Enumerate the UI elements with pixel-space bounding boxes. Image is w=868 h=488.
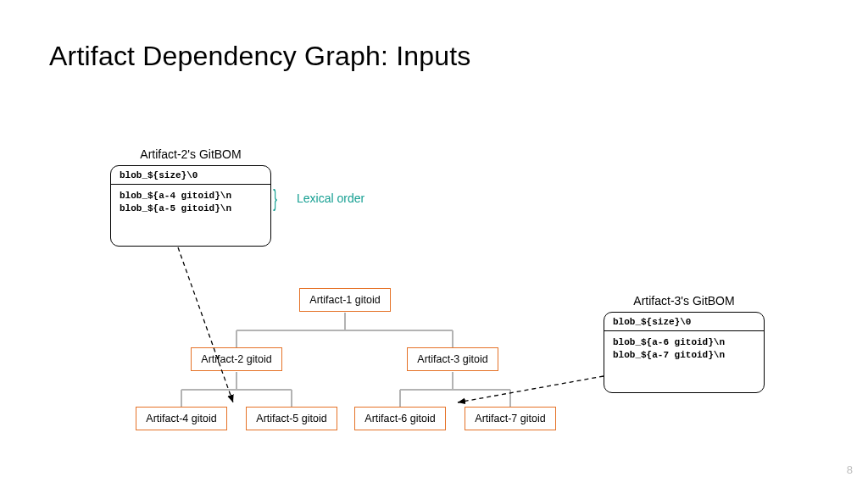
page-title: Artifact Dependency Graph: Inputs [49, 41, 471, 72]
gitbom-3-header: blob_${size}\0 [604, 313, 764, 331]
gitbom-2-title: Artifact-2's GitBOM [111, 147, 270, 161]
gitbom-2-body: blob_${a-4 gitoid}\n blob_${a-5 gitoid}\… [111, 185, 270, 234]
gitbom-2-header: blob_${size}\0 [111, 166, 270, 185]
lexical-order-label: Lexical order [297, 191, 364, 205]
svg-line-13 [458, 376, 604, 402]
node-artifact-4: Artifact-4 gitoid [136, 407, 227, 430]
node-artifact-2: Artifact-2 gitoid [191, 347, 282, 371]
gitbom-card-artifact-3: Artifact-3's GitBOM blob_${size}\0 blob_… [604, 312, 765, 393]
node-artifact-1: Artifact-1 gitoid [299, 288, 391, 312]
page-number: 8 [847, 463, 853, 476]
node-artifact-5: Artifact-5 gitoid [246, 407, 337, 430]
node-artifact-3: Artifact-3 gitoid [407, 347, 498, 371]
gitbom-3-body: blob_${a-6 gitoid}\n blob_${a-7 gitoid}\… [604, 331, 764, 380]
node-artifact-7: Artifact-7 gitoid [465, 407, 556, 430]
svg-line-12 [178, 247, 233, 402]
gitbom-card-artifact-2: Artifact-2's GitBOM blob_${size}\0 blob_… [110, 165, 271, 247]
brace-icon: } [273, 185, 277, 212]
gitbom-3-title: Artifact-3's GitBOM [604, 294, 764, 308]
node-artifact-6: Artifact-6 gitoid [354, 407, 446, 430]
